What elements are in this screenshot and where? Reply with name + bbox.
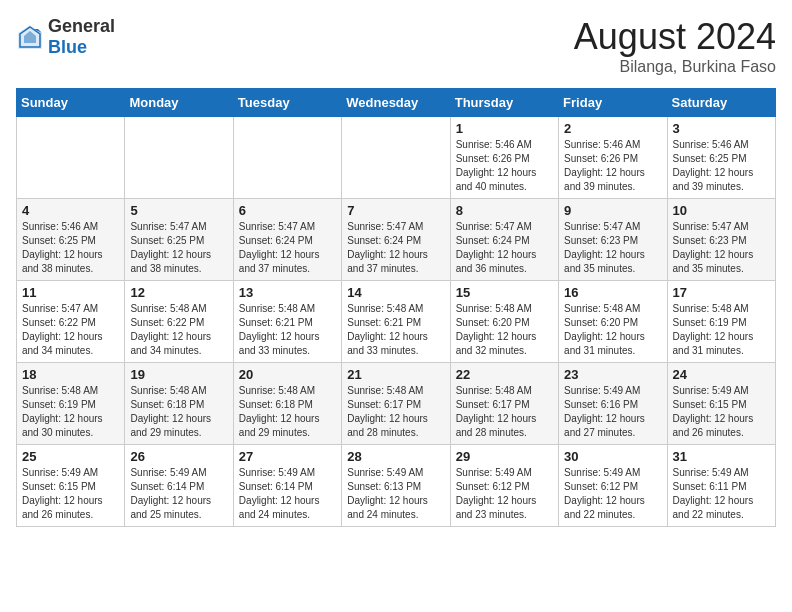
calendar-cell: 3Sunrise: 5:46 AM Sunset: 6:25 PM Daylig…	[667, 117, 775, 199]
weekday-header-saturday: Saturday	[667, 89, 775, 117]
calendar-cell: 30Sunrise: 5:49 AM Sunset: 6:12 PM Dayli…	[559, 445, 667, 527]
calendar-cell: 23Sunrise: 5:49 AM Sunset: 6:16 PM Dayli…	[559, 363, 667, 445]
day-info: Sunrise: 5:49 AM Sunset: 6:14 PM Dayligh…	[130, 466, 227, 522]
day-info: Sunrise: 5:47 AM Sunset: 6:22 PM Dayligh…	[22, 302, 119, 358]
logo: General Blue	[16, 16, 115, 58]
day-number: 29	[456, 449, 553, 464]
logo-general: General	[48, 16, 115, 36]
day-info: Sunrise: 5:47 AM Sunset: 6:24 PM Dayligh…	[239, 220, 336, 276]
day-number: 23	[564, 367, 661, 382]
day-number: 19	[130, 367, 227, 382]
day-number: 12	[130, 285, 227, 300]
day-number: 26	[130, 449, 227, 464]
weekday-header-sunday: Sunday	[17, 89, 125, 117]
day-number: 22	[456, 367, 553, 382]
day-number: 6	[239, 203, 336, 218]
day-info: Sunrise: 5:49 AM Sunset: 6:14 PM Dayligh…	[239, 466, 336, 522]
day-info: Sunrise: 5:48 AM Sunset: 6:21 PM Dayligh…	[347, 302, 444, 358]
calendar-cell	[125, 117, 233, 199]
day-number: 7	[347, 203, 444, 218]
day-info: Sunrise: 5:48 AM Sunset: 6:17 PM Dayligh…	[456, 384, 553, 440]
day-number: 3	[673, 121, 770, 136]
day-number: 17	[673, 285, 770, 300]
day-number: 2	[564, 121, 661, 136]
calendar-cell: 17Sunrise: 5:48 AM Sunset: 6:19 PM Dayli…	[667, 281, 775, 363]
day-number: 1	[456, 121, 553, 136]
week-row-2: 4Sunrise: 5:46 AM Sunset: 6:25 PM Daylig…	[17, 199, 776, 281]
day-info: Sunrise: 5:48 AM Sunset: 6:21 PM Dayligh…	[239, 302, 336, 358]
calendar-cell: 22Sunrise: 5:48 AM Sunset: 6:17 PM Dayli…	[450, 363, 558, 445]
day-info: Sunrise: 5:49 AM Sunset: 6:12 PM Dayligh…	[456, 466, 553, 522]
day-number: 15	[456, 285, 553, 300]
logo-wordmark: General Blue	[48, 16, 115, 58]
day-number: 28	[347, 449, 444, 464]
logo-blue: Blue	[48, 37, 87, 57]
day-number: 13	[239, 285, 336, 300]
calendar-cell: 27Sunrise: 5:49 AM Sunset: 6:14 PM Dayli…	[233, 445, 341, 527]
week-row-5: 25Sunrise: 5:49 AM Sunset: 6:15 PM Dayli…	[17, 445, 776, 527]
day-info: Sunrise: 5:47 AM Sunset: 6:24 PM Dayligh…	[456, 220, 553, 276]
day-info: Sunrise: 5:48 AM Sunset: 6:19 PM Dayligh…	[22, 384, 119, 440]
day-number: 31	[673, 449, 770, 464]
day-info: Sunrise: 5:46 AM Sunset: 6:25 PM Dayligh…	[673, 138, 770, 194]
calendar-cell: 10Sunrise: 5:47 AM Sunset: 6:23 PM Dayli…	[667, 199, 775, 281]
week-row-3: 11Sunrise: 5:47 AM Sunset: 6:22 PM Dayli…	[17, 281, 776, 363]
day-number: 9	[564, 203, 661, 218]
day-number: 30	[564, 449, 661, 464]
calendar-cell: 24Sunrise: 5:49 AM Sunset: 6:15 PM Dayli…	[667, 363, 775, 445]
calendar-cell: 14Sunrise: 5:48 AM Sunset: 6:21 PM Dayli…	[342, 281, 450, 363]
day-number: 27	[239, 449, 336, 464]
calendar-cell: 21Sunrise: 5:48 AM Sunset: 6:17 PM Dayli…	[342, 363, 450, 445]
weekday-header-tuesday: Tuesday	[233, 89, 341, 117]
day-number: 4	[22, 203, 119, 218]
day-info: Sunrise: 5:49 AM Sunset: 6:15 PM Dayligh…	[673, 384, 770, 440]
weekday-header-row: SundayMondayTuesdayWednesdayThursdayFrid…	[17, 89, 776, 117]
calendar-table: SundayMondayTuesdayWednesdayThursdayFrid…	[16, 88, 776, 527]
calendar-cell: 15Sunrise: 5:48 AM Sunset: 6:20 PM Dayli…	[450, 281, 558, 363]
calendar-cell: 2Sunrise: 5:46 AM Sunset: 6:26 PM Daylig…	[559, 117, 667, 199]
calendar-cell: 19Sunrise: 5:48 AM Sunset: 6:18 PM Dayli…	[125, 363, 233, 445]
calendar-cell: 9Sunrise: 5:47 AM Sunset: 6:23 PM Daylig…	[559, 199, 667, 281]
calendar-cell: 6Sunrise: 5:47 AM Sunset: 6:24 PM Daylig…	[233, 199, 341, 281]
day-number: 10	[673, 203, 770, 218]
day-info: Sunrise: 5:46 AM Sunset: 6:26 PM Dayligh…	[564, 138, 661, 194]
day-number: 24	[673, 367, 770, 382]
calendar-cell: 11Sunrise: 5:47 AM Sunset: 6:22 PM Dayli…	[17, 281, 125, 363]
calendar-cell	[17, 117, 125, 199]
calendar-cell: 8Sunrise: 5:47 AM Sunset: 6:24 PM Daylig…	[450, 199, 558, 281]
day-number: 16	[564, 285, 661, 300]
calendar-cell: 25Sunrise: 5:49 AM Sunset: 6:15 PM Dayli…	[17, 445, 125, 527]
calendar-cell: 26Sunrise: 5:49 AM Sunset: 6:14 PM Dayli…	[125, 445, 233, 527]
calendar-cell: 1Sunrise: 5:46 AM Sunset: 6:26 PM Daylig…	[450, 117, 558, 199]
day-info: Sunrise: 5:49 AM Sunset: 6:12 PM Dayligh…	[564, 466, 661, 522]
weekday-header-friday: Friday	[559, 89, 667, 117]
day-info: Sunrise: 5:47 AM Sunset: 6:24 PM Dayligh…	[347, 220, 444, 276]
day-info: Sunrise: 5:48 AM Sunset: 6:19 PM Dayligh…	[673, 302, 770, 358]
calendar-cell: 31Sunrise: 5:49 AM Sunset: 6:11 PM Dayli…	[667, 445, 775, 527]
calendar-cell: 18Sunrise: 5:48 AM Sunset: 6:19 PM Dayli…	[17, 363, 125, 445]
week-row-1: 1Sunrise: 5:46 AM Sunset: 6:26 PM Daylig…	[17, 117, 776, 199]
day-number: 25	[22, 449, 119, 464]
calendar-cell	[233, 117, 341, 199]
day-info: Sunrise: 5:48 AM Sunset: 6:18 PM Dayligh…	[239, 384, 336, 440]
calendar-cell: 28Sunrise: 5:49 AM Sunset: 6:13 PM Dayli…	[342, 445, 450, 527]
calendar-cell: 13Sunrise: 5:48 AM Sunset: 6:21 PM Dayli…	[233, 281, 341, 363]
day-info: Sunrise: 5:48 AM Sunset: 6:18 PM Dayligh…	[130, 384, 227, 440]
day-info: Sunrise: 5:49 AM Sunset: 6:16 PM Dayligh…	[564, 384, 661, 440]
day-number: 8	[456, 203, 553, 218]
day-info: Sunrise: 5:46 AM Sunset: 6:26 PM Dayligh…	[456, 138, 553, 194]
calendar-cell: 12Sunrise: 5:48 AM Sunset: 6:22 PM Dayli…	[125, 281, 233, 363]
day-info: Sunrise: 5:47 AM Sunset: 6:23 PM Dayligh…	[673, 220, 770, 276]
day-number: 18	[22, 367, 119, 382]
calendar-cell	[342, 117, 450, 199]
day-info: Sunrise: 5:47 AM Sunset: 6:25 PM Dayligh…	[130, 220, 227, 276]
day-info: Sunrise: 5:48 AM Sunset: 6:17 PM Dayligh…	[347, 384, 444, 440]
calendar-title: August 2024	[574, 16, 776, 58]
calendar-subtitle: Bilanga, Burkina Faso	[574, 58, 776, 76]
calendar-cell: 5Sunrise: 5:47 AM Sunset: 6:25 PM Daylig…	[125, 199, 233, 281]
logo-icon	[16, 23, 44, 51]
weekday-header-monday: Monday	[125, 89, 233, 117]
day-info: Sunrise: 5:48 AM Sunset: 6:20 PM Dayligh…	[564, 302, 661, 358]
day-info: Sunrise: 5:49 AM Sunset: 6:15 PM Dayligh…	[22, 466, 119, 522]
calendar-cell: 4Sunrise: 5:46 AM Sunset: 6:25 PM Daylig…	[17, 199, 125, 281]
